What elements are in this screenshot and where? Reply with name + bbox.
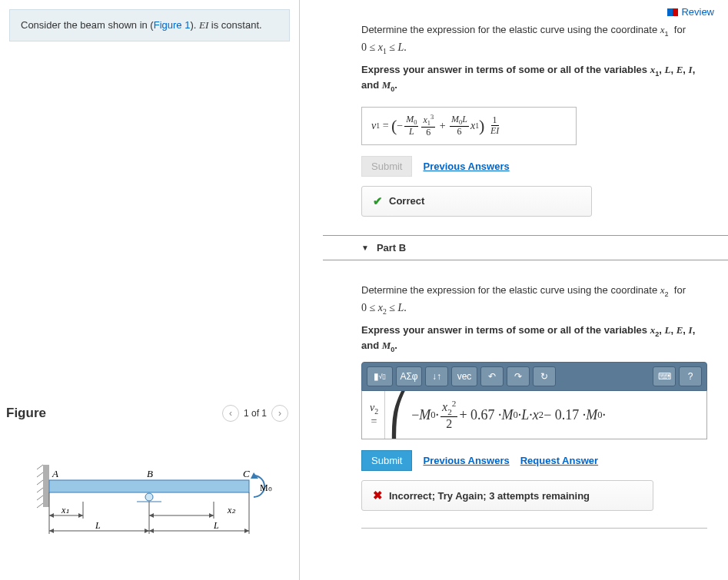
- flag-icon: [667, 8, 678, 16]
- redo-button[interactable]: ↷: [507, 366, 530, 386]
- ei-var: EI: [199, 19, 208, 31]
- part-a-body: Determine the expression for the elastic…: [323, 0, 707, 217]
- part-b-previous-answers-link[interactable]: Previous Answers: [423, 455, 509, 466]
- part-a-express: Express your answer in terms of some or …: [361, 63, 707, 94]
- svg-text:x₁: x₁: [61, 505, 69, 515]
- svg-marker-21: [149, 513, 154, 518]
- part-a-actions: Submit Previous Answers: [361, 156, 707, 177]
- svg-marker-25: [49, 529, 54, 533]
- figure-link[interactable]: Figure 1: [154, 19, 191, 31]
- review-link[interactable]: Review: [667, 6, 714, 18]
- figure-counter: 1 of 1: [244, 408, 267, 419]
- part-b-feedback: ✖ Incorrect; Try Again; 3 attempts remai…: [361, 480, 653, 511]
- part-a-submit-button: Submit: [361, 156, 412, 177]
- svg-text:L: L: [213, 520, 219, 531]
- beam-diagram: A B C M₀ x₁ x₂ L: [29, 457, 275, 549]
- svg-marker-22: [209, 513, 214, 518]
- problem-text-tail: is constant.: [208, 19, 261, 31]
- part-b-express: Express your answer in terms of some or …: [361, 323, 707, 355]
- part-b-actions: Submit Previous Answers Request Answer: [361, 450, 707, 471]
- part-a-previous-answers-link[interactable]: Previous Answers: [423, 161, 509, 172]
- vec-button[interactable]: vec: [451, 366, 477, 386]
- svg-marker-17: [49, 513, 54, 518]
- svg-line-3: [37, 480, 43, 485]
- equation-toolbar: ▮√▯ ΑΣφ ↓↑ vec ↶ ↷ ↻ ⌨ ?: [361, 362, 707, 391]
- svg-line-6: [37, 503, 43, 508]
- svg-point-8: [145, 493, 153, 501]
- svg-line-2: [37, 472, 43, 477]
- label-C: C: [243, 468, 250, 479]
- figure-image: A B C M₀ x₁ x₂ L: [6, 426, 293, 549]
- svg-marker-18: [78, 513, 83, 518]
- greek-button[interactable]: ΑΣφ: [396, 366, 422, 386]
- part-b-title: Part B: [377, 242, 406, 254]
- separator: [361, 528, 707, 529]
- left-panel: Consider the beam shown in (Figure 1). E…: [0, 0, 300, 580]
- help-button[interactable]: ?: [679, 366, 702, 386]
- part-a-prompt1: Determine the expression for the elastic…: [361, 23, 707, 38]
- svg-line-5: [37, 495, 43, 500]
- part-a-range: 0 ≤ x1 ≤ L.: [361, 41, 707, 55]
- right-panel: Review Determine the expression for the …: [300, 0, 728, 580]
- svg-line-1: [37, 465, 43, 469]
- templates-button[interactable]: ▮√▯: [367, 366, 393, 386]
- svg-marker-30: [244, 529, 249, 533]
- figure-next-button[interactable]: ›: [271, 405, 288, 422]
- problem-text-pre: Consider the beam shown in (: [21, 19, 154, 31]
- undo-button[interactable]: ↶: [480, 366, 504, 386]
- x-icon: ✖: [373, 489, 383, 502]
- label-M0: M₀: [260, 482, 272, 493]
- part-a-answer-box: v1 = (− M0L x136 + M0L6 x1 ) 1EI: [361, 107, 577, 145]
- part-a-feedback: ✔ Correct: [361, 186, 592, 217]
- figure-nav: ‹ 1 of 1 ›: [222, 405, 288, 422]
- part-b-body: Determine the expression for the elastic…: [323, 260, 707, 529]
- figure-prev-button[interactable]: ‹: [222, 405, 239, 422]
- part-b-request-answer-link[interactable]: Request Answer: [520, 455, 598, 466]
- part-a-feedback-text: Correct: [389, 195, 424, 207]
- problem-statement: Consider the beam shown in (Figure 1). E…: [9, 9, 290, 41]
- caret-down-icon: ▼: [361, 244, 369, 252]
- part-b-feedback-text: Incorrect; Try Again; 3 attempts remaini…: [389, 490, 590, 502]
- review-label: Review: [681, 6, 714, 18]
- part-b-header[interactable]: ▼ Part B: [323, 235, 728, 260]
- label-A: A: [52, 468, 58, 479]
- svg-text:L: L: [95, 520, 101, 531]
- keyboard-button[interactable]: ⌨: [653, 366, 676, 386]
- problem-text-post: ).: [190, 19, 199, 31]
- svg-text:x₂: x₂: [227, 505, 236, 515]
- subscript-button[interactable]: ↓↑: [425, 366, 448, 386]
- part-b-answer-input[interactable]: v2 = ⎛ − M0 · x222 + 0.67 · M0 · L · x2 …: [361, 391, 707, 439]
- answer-prefix: v2 =: [362, 391, 385, 439]
- svg-rect-7: [49, 480, 249, 492]
- check-icon: ✔: [373, 194, 383, 208]
- label-B: B: [147, 468, 153, 479]
- part-b-submit-button[interactable]: Submit: [361, 450, 412, 471]
- part-b-prompt1: Determine the expression for the elastic…: [361, 283, 707, 299]
- svg-rect-0: [43, 465, 49, 507]
- svg-marker-26: [145, 529, 149, 533]
- reset-button[interactable]: ↻: [533, 366, 556, 386]
- figure-title: Figure: [6, 406, 46, 421]
- part-b-range: 0 ≤ x2 ≤ L.: [361, 302, 707, 316]
- figure-header: Figure ‹ 1 of 1 ›: [6, 399, 293, 426]
- svg-line-4: [37, 488, 43, 492]
- figure-section: Figure ‹ 1 of 1 ›: [0, 399, 299, 580]
- svg-marker-29: [149, 529, 154, 533]
- answer-expression[interactable]: ⎛ − M0 · x222 + 0.67 · M0 · L · x2 − 0.1…: [385, 391, 706, 439]
